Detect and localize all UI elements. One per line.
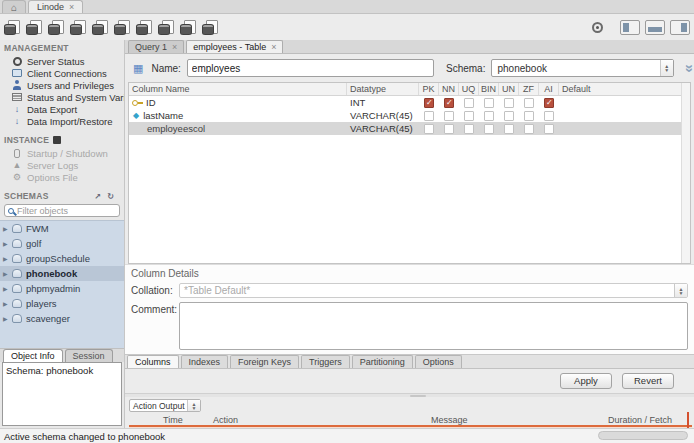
tab-query-1[interactable]: Query 1 × (128, 40, 184, 53)
schema-item-phonebook[interactable]: ▶ phonebook (0, 266, 124, 281)
col-header-name[interactable]: Column Name (129, 83, 347, 95)
col-header-un[interactable]: UN (499, 83, 519, 95)
table-row-employeescol[interactable]: employeescol VARCHAR(45) (129, 122, 690, 135)
schema-item-players[interactable]: ▶ players (0, 296, 124, 311)
tab-options[interactable]: Options (415, 355, 462, 368)
pk-checkbox[interactable] (424, 111, 434, 121)
sidebar-item-data-export[interactable]: ↓ Data Export (0, 103, 124, 115)
col-header-pk[interactable]: PK (419, 83, 439, 95)
stepper-icon[interactable]: ▲▼ (674, 284, 687, 297)
comment-textarea[interactable] (179, 302, 688, 350)
chevron-right-icon[interactable]: ▶ (3, 315, 12, 322)
new-table-icon[interactable] (92, 20, 109, 35)
bin-checkbox[interactable] (484, 98, 494, 108)
close-icon[interactable]: × (69, 2, 74, 12)
ai-checkbox[interactable] (544, 124, 554, 134)
nn-checkbox[interactable] (444, 124, 454, 134)
bin-checkbox[interactable] (484, 124, 494, 134)
ai-checkbox[interactable] (544, 111, 554, 121)
drop-table-icon[interactable] (114, 20, 131, 35)
nn-checkbox[interactable] (444, 111, 454, 121)
col-header-default[interactable]: Default (559, 83, 690, 95)
stepper-icon[interactable]: ▲▼ (660, 60, 673, 76)
dashboard-gauge-icon[interactable] (592, 22, 603, 33)
pk-checkbox[interactable] (424, 124, 434, 134)
sidebar-item-client-connections[interactable]: Client Connections (0, 67, 124, 79)
action-output-select[interactable]: Action Output ▲▼ (129, 399, 201, 412)
un-checkbox[interactable] (504, 124, 514, 134)
toggle-right-panel-icon[interactable] (670, 20, 690, 35)
col-header-zf[interactable]: ZF (519, 83, 539, 95)
col-header-nn[interactable]: NN (439, 83, 459, 95)
schema-item-phpmyadmin[interactable]: ▶ phpmyadmin (0, 281, 124, 296)
schema-item-groupschedule[interactable]: ▶ groupSchedule (0, 251, 124, 266)
home-tab[interactable]: ⌂ (2, 0, 26, 13)
col-header-ai[interactable]: AI (539, 83, 559, 95)
sidebar-item-server-status[interactable]: Server Status (0, 55, 124, 67)
chevron-right-icon[interactable]: ▶ (3, 225, 12, 232)
tab-indexes[interactable]: Indexes (181, 355, 229, 368)
toggle-bottom-panel-icon[interactable] (645, 20, 665, 35)
toggle-left-panel-icon[interactable] (620, 20, 640, 35)
ai-checkbox[interactable] (544, 98, 554, 108)
tab-columns[interactable]: Columns (127, 355, 179, 368)
bin-checkbox[interactable] (484, 111, 494, 121)
search-table-data-icon[interactable] (158, 20, 175, 35)
schema-item-scavenger[interactable]: ▶ scavenger (0, 311, 124, 326)
sidebar-item-data-import[interactable]: ↓ Data Import/Restore (0, 115, 124, 127)
col-header-datatype[interactable]: Datatype (347, 83, 419, 95)
tab-object-info[interactable]: Object Info (3, 349, 63, 362)
un-checkbox[interactable] (504, 111, 514, 121)
double-chevron-down-icon[interactable]: » (681, 64, 694, 72)
sidebar-item-status-system-variables[interactable]: Status and System Variables (0, 91, 124, 103)
schema-item-golf[interactable]: ▶ golf (0, 236, 124, 251)
schema-filter-input[interactable] (17, 206, 116, 216)
col-header-bin[interactable]: BIN (479, 83, 499, 95)
col-header-uq[interactable]: UQ (459, 83, 479, 95)
chevron-right-icon[interactable]: ▶ (3, 285, 12, 292)
horizontal-scrollbar[interactable] (598, 431, 688, 440)
zf-checkbox[interactable] (524, 98, 534, 108)
table-row-lastname[interactable]: ◆ lastName VARCHAR(45) (129, 109, 690, 122)
new-view-icon[interactable] (136, 20, 153, 35)
tab-foreign-keys[interactable]: Foreign Keys (230, 355, 299, 368)
chevron-right-icon[interactable]: ▶ (3, 300, 12, 307)
reconnect-dbms-icon[interactable] (202, 20, 219, 35)
refresh-icon[interactable]: ↻ (107, 192, 116, 201)
stepper-icon[interactable]: ▲▼ (187, 400, 200, 411)
close-icon[interactable]: × (172, 42, 177, 52)
table-row-id[interactable]: ID INT (129, 96, 690, 109)
ao-header-action[interactable]: Action (213, 415, 431, 425)
uq-checkbox[interactable] (464, 124, 474, 134)
revert-button[interactable]: Revert (622, 373, 674, 389)
schema-select[interactable]: phonebook ▲▼ (491, 59, 673, 77)
tab-employees-table[interactable]: employees - Table × (186, 40, 283, 53)
new-schema-icon[interactable] (48, 20, 65, 35)
open-sql-script-icon[interactable] (26, 20, 43, 35)
uq-checkbox[interactable] (464, 98, 474, 108)
sidebar-item-options-file[interactable]: ⚙ Options File (0, 171, 124, 183)
uq-checkbox[interactable] (464, 111, 474, 121)
zf-checkbox[interactable] (524, 124, 534, 134)
sidebar-item-users-privileges[interactable]: Users and Privileges (0, 79, 124, 91)
chevron-right-icon[interactable]: ▶ (3, 255, 12, 262)
sidebar-item-startup-shutdown[interactable]: Startup / Shutdown (0, 147, 124, 159)
collation-select[interactable]: *Table Default* ▲▼ (179, 283, 688, 298)
expand-icon[interactable]: ↗ (94, 192, 103, 201)
tab-session[interactable]: Session (65, 349, 113, 362)
table-name-input[interactable] (187, 59, 434, 77)
drop-schema-icon[interactable] (70, 20, 87, 35)
connection-tab-linode[interactable]: Linode × (28, 0, 83, 13)
tab-partitioning[interactable]: Partitioning (352, 355, 413, 368)
zf-checkbox[interactable] (524, 111, 534, 121)
ao-header-duration[interactable]: Duration / Fetch (608, 415, 694, 425)
sidebar-item-server-logs[interactable]: ▲ Server Logs (0, 159, 124, 171)
ao-header-message[interactable]: Message (431, 415, 608, 425)
tab-triggers[interactable]: Triggers (301, 355, 350, 368)
nn-checkbox[interactable] (444, 98, 454, 108)
new-sql-tab-icon[interactable] (4, 20, 21, 35)
chevron-right-icon[interactable]: ▶ (3, 240, 12, 247)
apply-button[interactable]: Apply (560, 373, 612, 389)
pk-checkbox[interactable] (424, 98, 434, 108)
close-icon[interactable]: × (271, 42, 276, 52)
